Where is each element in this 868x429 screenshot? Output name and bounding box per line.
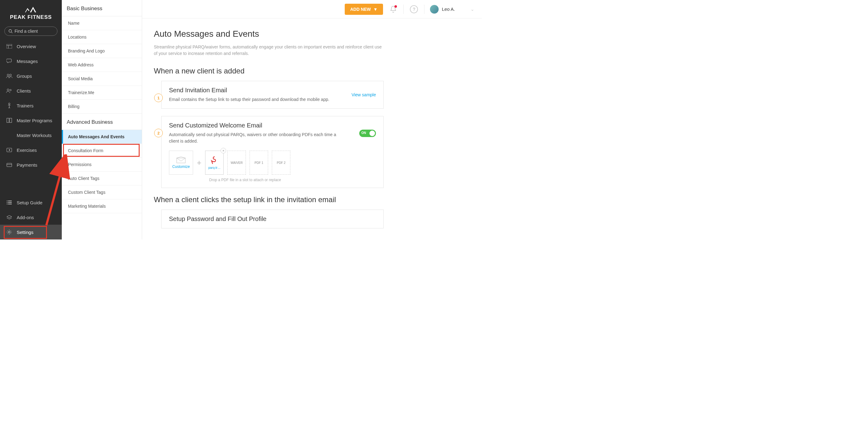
- sub-item-trainerize-me[interactable]: Trainerize.Me: [62, 86, 142, 100]
- notifications-button[interactable]: [389, 5, 398, 14]
- pdf-slot-3[interactable]: PDF 1: [250, 151, 268, 175]
- sub-item-billing[interactable]: Billing: [62, 100, 142, 113]
- chat-icon: [6, 58, 12, 64]
- brand-name: PEAK FITNESS: [3, 14, 59, 20]
- list-icon: [6, 199, 12, 205]
- avatar: [430, 5, 439, 13]
- exercises-icon: [6, 147, 12, 153]
- main-sidebar: PEAK FITNESS Find a client Overview Mess…: [0, 0, 62, 239]
- workouts-icon: [6, 132, 12, 138]
- step-num-2: 2: [154, 129, 163, 137]
- svg-rect-10: [7, 118, 9, 123]
- page-subtitle: Streamline physical PARQ/waiver forms, a…: [154, 44, 382, 57]
- card-icon: [6, 162, 12, 168]
- svg-point-22: [7, 201, 7, 201]
- group-icon: [6, 73, 12, 79]
- sidebar-item-groups[interactable]: Groups: [0, 68, 62, 83]
- sub-item-web-address[interactable]: Web Address: [62, 58, 142, 72]
- pdf-slot-1[interactable]: × parq-tr…: [205, 151, 224, 175]
- subsection-basic-business: Basic Business: [62, 0, 142, 16]
- trainer-icon: [6, 102, 12, 109]
- sub-item-branding[interactable]: Branding And Logo: [62, 44, 142, 58]
- remove-pdf-button[interactable]: ×: [221, 148, 226, 154]
- sub-item-marketing-materials[interactable]: Marketing Materials: [62, 199, 142, 213]
- svg-point-7: [7, 89, 9, 91]
- sidebar-item-master-workouts[interactable]: Master Workouts: [0, 128, 62, 142]
- help-button[interactable]: ?: [409, 5, 418, 14]
- sidebar-item-master-programs[interactable]: Master Programs: [0, 113, 62, 128]
- svg-point-23: [7, 202, 7, 203]
- subsection-advanced-business: Advanced Business: [62, 113, 142, 130]
- customize-button[interactable]: Customize: [169, 151, 193, 175]
- pdf-slot-2[interactable]: WAIVER: [227, 151, 246, 175]
- sub-item-permissions[interactable]: Permissions: [62, 158, 142, 172]
- user-menu[interactable]: Leo A. ⌄: [430, 5, 474, 13]
- svg-point-9: [9, 103, 10, 105]
- step-num-1: 1: [154, 94, 163, 102]
- card-welcome-email: 2 Send Customized Welcome Email Automati…: [161, 116, 384, 188]
- page-title: Auto Messages and Events: [154, 29, 469, 39]
- main-panel: ADD NEW▼ ? Leo A. ⌄ Auto Messages and Ev…: [142, 0, 482, 239]
- svg-point-5: [7, 74, 9, 76]
- clients-icon: [6, 88, 12, 94]
- add-new-button[interactable]: ADD NEW▼: [345, 4, 383, 15]
- welcome-email-toggle[interactable]: ON: [359, 130, 376, 137]
- svg-rect-2: [6, 44, 12, 48]
- sidebar-item-setup-guide[interactable]: Setup Guide: [0, 195, 62, 210]
- sub-item-auto-messages[interactable]: Auto Messages And Events: [62, 130, 142, 144]
- svg-point-6: [9, 74, 11, 76]
- help-icon: ?: [410, 5, 418, 13]
- svg-rect-11: [9, 118, 12, 123]
- sub-item-consultation-form[interactable]: Consultation Form: [62, 144, 142, 158]
- sub-item-auto-client-tags[interactable]: Auto Client Tags: [62, 172, 142, 186]
- plus-icon: +: [197, 158, 202, 168]
- sidebar-item-addons[interactable]: Add-ons: [0, 210, 62, 225]
- sidebar-item-clients[interactable]: Clients: [0, 83, 62, 98]
- card1-title: Send Invitation Email: [169, 87, 329, 94]
- pdf-icon: [210, 156, 218, 165]
- card-setup-password: Setup Password and Fill Out Profile: [161, 209, 384, 228]
- envelope-icon: [176, 157, 186, 163]
- svg-point-8: [10, 90, 11, 91]
- section-when-new-client: When a new client is added: [154, 67, 469, 75]
- svg-point-25: [8, 231, 10, 233]
- svg-line-1: [11, 32, 13, 33]
- sidebar-item-messages[interactable]: Messages: [0, 54, 62, 68]
- drop-hint: Drop a PDF file in a slot to attach or r…: [209, 178, 376, 182]
- card2-desc: Automatically send out physical PARQs, w…: [169, 131, 342, 144]
- sidebar-item-settings[interactable]: Settings: [0, 225, 62, 239]
- sidebar-item-payments[interactable]: Payments: [0, 157, 62, 172]
- caret-down-icon: ▼: [373, 7, 378, 12]
- svg-marker-16: [9, 149, 10, 151]
- settings-subsidebar: Basic Business Name Locations Branding A…: [62, 0, 142, 239]
- search-icon: [8, 29, 13, 33]
- programs-icon: [6, 117, 12, 124]
- topbar: ADD NEW▼ ? Leo A. ⌄: [142, 0, 482, 19]
- view-sample-link[interactable]: View sample: [351, 92, 376, 97]
- sidebar-item-overview[interactable]: Overview: [0, 39, 62, 54]
- addons-icon: [6, 214, 12, 220]
- mountain-icon: [23, 5, 39, 13]
- card1-desc: Email contains the Setup link to setup t…: [169, 96, 329, 103]
- sub-item-custom-client-tags[interactable]: Custom Client Tags: [62, 186, 142, 199]
- svg-point-0: [9, 30, 12, 32]
- brand-logo: PEAK FITNESS: [0, 0, 62, 25]
- search-input[interactable]: Find a client: [4, 27, 58, 36]
- svg-rect-17: [7, 163, 12, 167]
- pdf-slot-4[interactable]: PDF 2: [272, 151, 290, 175]
- dashboard-icon: [6, 43, 12, 50]
- sub-item-name[interactable]: Name: [62, 16, 142, 30]
- sub-item-social-media[interactable]: Social Media: [62, 72, 142, 86]
- svg-point-24: [7, 204, 7, 204]
- section-when-click-setup: When a client clicks the setup link in t…: [154, 195, 469, 204]
- gear-icon: [6, 229, 12, 235]
- card2-title: Send Customized Welcome Email: [169, 122, 342, 129]
- notification-dot: [395, 5, 397, 8]
- card-invitation-email: 1 Send Invitation Email Email contains t…: [161, 81, 384, 109]
- sub-item-locations[interactable]: Locations: [62, 30, 142, 44]
- chevron-down-icon: ⌄: [470, 6, 474, 12]
- card3-title: Setup Password and Fill Out Profile: [169, 216, 376, 223]
- username: Leo A.: [442, 6, 455, 12]
- sidebar-item-trainers[interactable]: Trainers: [0, 98, 62, 113]
- sidebar-item-exercises[interactable]: Exercises: [0, 142, 62, 157]
